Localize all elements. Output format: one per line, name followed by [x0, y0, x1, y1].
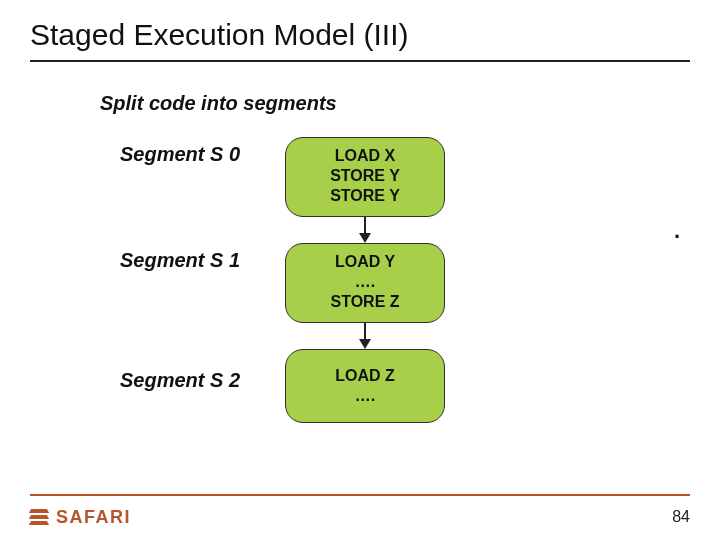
- code-line: LOAD Z: [286, 366, 444, 386]
- svg-marker-1: [359, 233, 371, 243]
- code-line: ….: [286, 386, 444, 406]
- segment-column: LOAD X STORE Y STORE Y: [285, 137, 445, 243]
- segment-label: Segment S 2: [120, 349, 285, 392]
- segment-column: LOAD Y …. STORE Z: [285, 243, 445, 349]
- logo-text: SAFARI: [56, 507, 131, 528]
- segment-label: Segment S 1: [120, 243, 285, 272]
- segment-label: Segment S 0: [120, 137, 285, 166]
- code-line: LOAD X: [286, 146, 444, 166]
- arrow-down-icon: [285, 217, 445, 243]
- footer-divider: [30, 494, 690, 496]
- segment-row: Segment S 2 LOAD Z ….: [120, 349, 690, 423]
- segment-box: LOAD Z ….: [285, 349, 445, 423]
- logo: SAFARI: [30, 507, 131, 528]
- page-number: 84: [672, 508, 690, 526]
- segment-row: Segment S 1 LOAD Y …. STORE Z: [120, 243, 690, 349]
- segment-row: Segment S 0 LOAD X STORE Y STORE Y: [120, 137, 690, 243]
- code-line: STORE Y: [286, 166, 444, 186]
- segment-box: LOAD X STORE Y STORE Y: [285, 137, 445, 217]
- segment-box: LOAD Y …. STORE Z: [285, 243, 445, 323]
- segment-column: LOAD Z ….: [285, 349, 445, 423]
- page-title: Staged Execution Model (III): [30, 18, 690, 52]
- title-divider: [30, 60, 690, 62]
- arrow-down-icon: [285, 323, 445, 349]
- subtitle: Split code into segments: [100, 92, 690, 115]
- code-line: ….: [286, 272, 444, 292]
- code-line: STORE Y: [286, 186, 444, 206]
- decorative-dot: .: [674, 218, 680, 244]
- slide: Staged Execution Model (III) Split code …: [0, 0, 720, 540]
- code-line: LOAD Y: [286, 252, 444, 272]
- code-line: STORE Z: [286, 292, 444, 312]
- logo-icon: [30, 509, 48, 525]
- svg-marker-3: [359, 339, 371, 349]
